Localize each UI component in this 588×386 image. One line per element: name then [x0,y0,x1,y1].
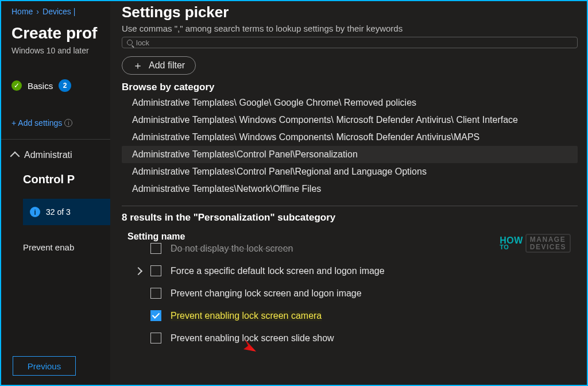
category-toggle[interactable]: Administrati [11,150,110,160]
checkbox[interactable] [150,310,161,321]
selected-setting-preview: Prevent enab [23,242,110,252]
checkbox[interactable] [150,333,161,343]
breadcrumb-home[interactable]: Home [11,7,33,16]
category-row[interactable]: Administrative Templates\ Windows Compon… [122,111,578,129]
wizard-step-2-badge[interactable]: 2 [59,79,71,92]
info-banner: i 32 of 3 [23,199,110,225]
results-header: 8 results in the "Personalization" subca… [122,212,578,223]
previous-button[interactable]: Previous [13,356,76,376]
category-row[interactable]: Administrative Templates\ Windows Compon… [122,129,578,146]
add-filter-button[interactable]: ＋ Add filter [122,56,196,75]
info-icon: i [64,119,72,127]
browse-by-category-header: Browse by category [122,82,578,93]
setting-label: Prevent enabling lock screen camera [171,311,322,321]
checkbox[interactable] [150,288,161,299]
subcategory-label: Control P [23,173,110,186]
category-row[interactable]: Administrative Templates\ Google\ Google… [122,94,578,111]
chevron-up-icon [10,152,20,161]
column-header-setting-name[interactable]: Setting name [127,231,578,242]
checkbox[interactable] [150,243,161,254]
wizard-steps: ✓ Basics 2 [11,79,110,92]
search-input[interactable]: lock [122,37,578,48]
setting-row[interactable]: Prevent enabling lock screen slide show [122,327,578,349]
page-title: Create prof [11,24,110,43]
picker-subtitle: Use commas "," among search terms to loo… [122,24,578,33]
category-row[interactable]: Administrative Templates\Control Panel\R… [122,163,578,180]
breadcrumb: Home › Devices | [11,7,110,16]
category-row[interactable]: Administrative Templates\Control Panel\P… [122,146,578,163]
plus-icon: ＋ [133,60,143,71]
setting-row[interactable]: Force a specific default lock screen and… [122,260,578,282]
info-circle-icon: i [30,207,40,217]
category-row[interactable]: Administrative Templates\Network\Offline… [122,180,578,198]
picker-title: Settings picker [122,3,578,21]
setting-label: Prevent changing lock screen and logon i… [171,288,362,299]
setting-row[interactable]: Prevent changing lock screen and logon i… [122,282,578,304]
add-settings-link[interactable]: + Add settings i [11,118,110,128]
wizard-step-basics[interactable]: Basics [28,81,53,91]
setting-row[interactable]: Do not display the lock screen [122,242,578,260]
setting-label: Prevent enabling lock screen slide show [171,333,334,343]
search-icon [127,40,133,45]
breadcrumb-devices[interactable]: Devices | [42,7,75,16]
chevron-right-icon: › [36,7,39,16]
chevron-right-icon [134,267,142,275]
checkbox[interactable] [150,265,161,276]
check-icon: ✓ [11,80,22,91]
page-subtitle: Windows 10 and later [11,46,110,55]
setting-label: Force a specific default lock screen and… [171,266,385,276]
setting-row[interactable]: Prevent enabling lock screen camera [122,304,578,327]
setting-label: Do not display the lock screen [171,244,293,254]
